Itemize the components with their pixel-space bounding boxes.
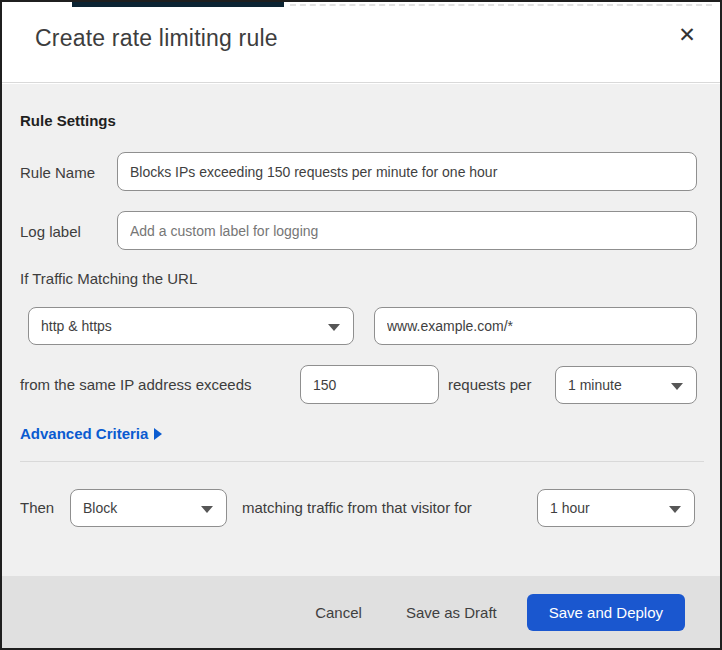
triangle-right-icon [154, 428, 162, 440]
action-select-value: Block [83, 500, 117, 516]
underlying-page-dashes [290, 4, 712, 6]
advanced-criteria-link[interactable]: Advanced Criteria [20, 425, 162, 442]
duration-select[interactable]: 1 hour [537, 489, 695, 527]
traffic-match-intro: If Traffic Matching the URL [20, 270, 197, 287]
rule-name-input[interactable] [117, 152, 697, 191]
chevron-down-icon [328, 324, 340, 331]
rule-settings-heading: Rule Settings [20, 112, 116, 129]
threshold-input[interactable] [300, 365, 439, 404]
close-icon[interactable]: ✕ [671, 18, 703, 50]
modal-header: Create rate limiting rule ✕ [2, 8, 720, 83]
save-as-draft-button[interactable]: Save as Draft [406, 604, 497, 621]
chevron-down-icon [671, 383, 683, 390]
then-label: Then [20, 499, 54, 516]
underlying-page-navy-bar [72, 2, 284, 7]
chevron-down-icon [201, 506, 213, 513]
modal-footer: Cancel Save as Draft Save and Deploy [2, 576, 720, 648]
modal-title: Create rate limiting rule [35, 25, 278, 52]
duration-select-value: 1 hour [550, 500, 590, 516]
log-label-input[interactable] [117, 211, 697, 250]
save-and-deploy-button[interactable]: Save and Deploy [527, 594, 685, 631]
dialog-screenshot-frame: Create rate limiting rule ✕ Rule Setting… [0, 0, 722, 650]
then-middle-text: matching traffic from that visitor for [242, 499, 472, 516]
period-select[interactable]: 1 minute [555, 366, 697, 404]
chevron-down-icon [669, 506, 681, 513]
action-select[interactable]: Block [70, 489, 227, 527]
scheme-select-value: http & https [41, 318, 112, 334]
advanced-criteria-label: Advanced Criteria [20, 425, 148, 442]
url-input[interactable] [374, 307, 697, 345]
section-divider [20, 461, 704, 462]
log-label-label: Log label [20, 223, 81, 240]
rule-name-label: Rule Name [20, 164, 95, 181]
threshold-prefix-text: from the same IP address exceeds [20, 376, 252, 393]
cancel-button[interactable]: Cancel [315, 604, 362, 621]
period-select-value: 1 minute [568, 377, 622, 393]
modal-body: Rule Settings Rule Name Log label If Tra… [2, 84, 720, 576]
scheme-select[interactable]: http & https [28, 307, 354, 345]
threshold-suffix-text: requests per [448, 376, 531, 393]
